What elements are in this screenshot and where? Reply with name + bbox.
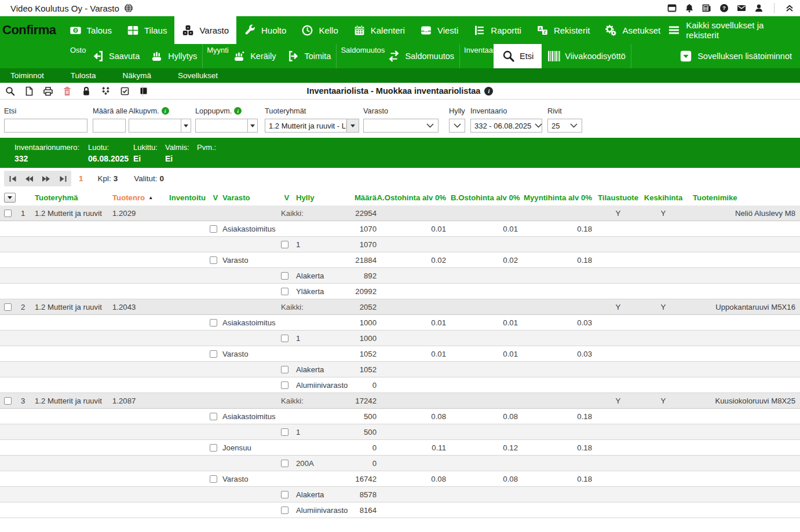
first-page-button[interactable] bbox=[6, 172, 20, 186]
shelf-checkbox[interactable] bbox=[281, 241, 288, 248]
header-keskihinta[interactable]: Keskihinta bbox=[642, 193, 685, 202]
shelf-checkbox[interactable] bbox=[281, 272, 288, 280]
header-tilaustuote[interactable]: Tilaustuote bbox=[594, 193, 642, 202]
header-myyntihinta[interactable]: Myyntihinta alv 0% bbox=[523, 193, 594, 202]
nav-item-huolto[interactable]: Huolto bbox=[236, 16, 294, 44]
subnav-item-viivakoodisyotto[interactable]: Viivakoodisyöttö bbox=[542, 44, 631, 68]
kaikki-label: Kaikki: bbox=[281, 209, 350, 218]
warehouse-name: Asiakastoimitus bbox=[221, 318, 350, 327]
subnav-item-saavuta[interactable]: Saavuta bbox=[86, 44, 145, 68]
shelf-checkbox[interactable] bbox=[281, 381, 288, 389]
end-date-input[interactable] bbox=[196, 119, 247, 132]
select-all-control[interactable] bbox=[0, 193, 17, 203]
filter-label: Varasto bbox=[363, 107, 388, 115]
row-select-checkbox[interactable] bbox=[4, 210, 12, 217]
mail-icon[interactable] bbox=[737, 3, 746, 13]
row-select-checkbox[interactable] bbox=[4, 303, 12, 311]
table-row: Varasto167420.080.080.18 bbox=[0, 471, 800, 487]
warehouse-checkbox[interactable] bbox=[210, 319, 217, 326]
warehouse-checkbox[interactable] bbox=[210, 413, 217, 420]
warehouse-checkbox[interactable] bbox=[210, 225, 217, 233]
search-input[interactable] bbox=[5, 119, 87, 132]
shelf-checkbox[interactable] bbox=[281, 507, 288, 514]
table-row: 11070 bbox=[0, 237, 800, 252]
inventory-select[interactable]: 332 - 06.08.2025 bbox=[470, 119, 542, 133]
info-icon[interactable]: i bbox=[162, 107, 169, 115]
nav-item-tilaus[interactable]: Tilaus bbox=[119, 16, 174, 44]
product-group-dropdown-button[interactable] bbox=[346, 119, 359, 132]
header-hylly[interactable]: Hylly bbox=[293, 193, 350, 202]
shelf-checkbox[interactable] bbox=[281, 366, 288, 373]
rows-per-page-select[interactable]: 25 bbox=[547, 119, 582, 133]
shelf-checkbox[interactable] bbox=[281, 460, 288, 467]
last-page-button[interactable] bbox=[56, 172, 70, 186]
menu-nakyma[interactable]: Näkymä bbox=[123, 71, 152, 80]
nav-item-varasto[interactable]: Varasto bbox=[174, 16, 236, 44]
quantity-under-input[interactable] bbox=[93, 119, 125, 132]
select-all-dropdown[interactable] bbox=[4, 193, 16, 203]
header-inventoitu[interactable]: Inventoitu bbox=[169, 193, 210, 202]
subnav-item-hyllytys[interactable]: Hyllytys bbox=[145, 44, 202, 68]
app-logo[interactable]: Confirma bbox=[0, 16, 62, 44]
menu-sovellukset[interactable]: Sovellukset bbox=[178, 71, 218, 80]
warehouse-checkbox[interactable] bbox=[210, 444, 217, 452]
product-group-select[interactable]: 1.2 Mutterit ja ruuvit - LK bbox=[265, 119, 359, 133]
warehouse-checkbox[interactable] bbox=[210, 350, 217, 358]
header-b-ostohinta[interactable]: B.Ostohinta alv 0% bbox=[451, 193, 523, 202]
header-tuoteryhma[interactable]: Tuoteryhmä bbox=[31, 193, 112, 202]
nav-item-kalenteri[interactable]: Kalenteri bbox=[346, 16, 412, 44]
subnav-item-saldomuutos[interactable]: Saldomuutos bbox=[382, 44, 459, 68]
nav-item-rekisterit[interactable]: A Z Rekisterit bbox=[529, 16, 598, 44]
product-group: 1.2 Mutterit ja ruuvit bbox=[31, 209, 112, 218]
info-icon[interactable]: i bbox=[234, 107, 242, 115]
window-icon[interactable] bbox=[667, 3, 677, 13]
selected-indicator: Valitut:0 bbox=[134, 174, 164, 183]
nav-item-viesti[interactable]: Viesti bbox=[412, 16, 466, 44]
notifications-icon[interactable] bbox=[685, 3, 694, 13]
subnav-item-keraily[interactable]: Keräily bbox=[227, 44, 281, 68]
shelf-select[interactable] bbox=[449, 119, 465, 133]
warehouse-name: Varasto bbox=[221, 256, 350, 265]
account-icon[interactable] bbox=[754, 3, 764, 13]
warehouse-checkbox[interactable] bbox=[210, 475, 217, 483]
start-date-input[interactable] bbox=[129, 119, 181, 132]
header-maara[interactable]: Määrä bbox=[350, 193, 377, 202]
deliver-icon bbox=[287, 49, 301, 63]
header-v-hylly[interactable]: V bbox=[281, 193, 293, 202]
next-page-button[interactable] bbox=[39, 172, 53, 186]
warehouse-checkbox[interactable] bbox=[210, 256, 217, 264]
app-more-actions-button[interactable]: Sovelluksen lisätoiminnot bbox=[680, 44, 800, 68]
news-icon[interactable] bbox=[702, 3, 711, 13]
header-a-ostohinta[interactable]: A.Ostohinta alv 0% bbox=[377, 193, 451, 202]
nav-item-talous[interactable]: 0 Talous bbox=[62, 16, 119, 44]
header-tuotenro[interactable]: Tuotenro▲ bbox=[112, 193, 169, 202]
nav-item-asetukset[interactable]: Asetukset bbox=[597, 16, 668, 44]
product-group: 1.2 Mutterit ja ruuvit bbox=[31, 397, 112, 405]
nav-item-kello[interactable]: Kello bbox=[294, 16, 345, 44]
current-page[interactable]: 1 bbox=[79, 174, 83, 183]
subnav-item-toimita[interactable]: Toimita bbox=[282, 44, 337, 68]
header-varasto[interactable]: Varasto bbox=[221, 193, 281, 202]
header-tuotenimike[interactable]: Tuotenimike bbox=[685, 193, 800, 202]
filter-etsi: Etsi bbox=[4, 107, 87, 115]
help-icon[interactable]: ? bbox=[719, 3, 729, 13]
shelf-checkbox[interactable] bbox=[281, 491, 288, 498]
shelf-checkbox[interactable] bbox=[281, 428, 288, 436]
filter-label: Hylly bbox=[449, 107, 465, 115]
warehouse-select[interactable] bbox=[363, 119, 439, 133]
info-icon[interactable]: i bbox=[484, 87, 493, 96]
nav-item-raportti[interactable]: Raportti bbox=[466, 16, 529, 44]
shelf-checkbox[interactable] bbox=[281, 335, 288, 342]
menu-toiminnot[interactable]: Toiminnot bbox=[10, 71, 44, 80]
globe-icon[interactable] bbox=[124, 3, 133, 13]
prev-page-button[interactable] bbox=[23, 172, 36, 186]
end-date-dropdown-button[interactable] bbox=[247, 119, 257, 132]
row-select-checkbox[interactable] bbox=[4, 397, 12, 405]
quantity: 0 bbox=[350, 443, 377, 452]
menu-tulosta[interactable]: Tulosta bbox=[71, 71, 96, 80]
all-apps-button[interactable]: Kaikki sovellukset ja rekisterit bbox=[668, 16, 800, 44]
start-date-dropdown-button[interactable] bbox=[181, 119, 191, 132]
shelf-checkbox[interactable] bbox=[281, 288, 288, 295]
header-v-varasto[interactable]: V bbox=[210, 193, 221, 202]
collapse-icon[interactable] bbox=[785, 3, 794, 13]
